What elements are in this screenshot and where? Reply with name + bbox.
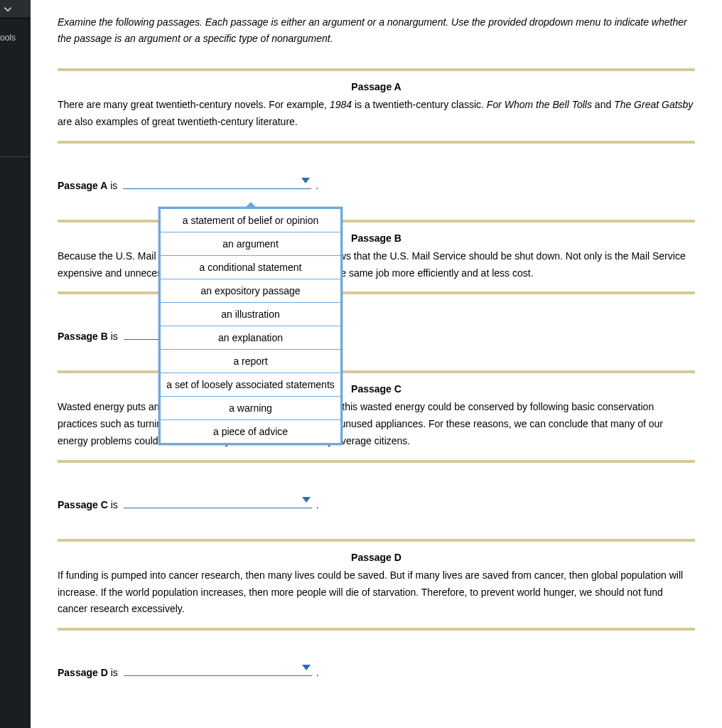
chevron-down-icon[interactable] xyxy=(3,4,13,14)
sidebar-tools-label[interactable]: ools xyxy=(0,33,31,43)
answer-is: is xyxy=(107,180,117,191)
dropdown-option[interactable]: a statement of belief or opinion xyxy=(161,209,340,232)
divider-band xyxy=(58,220,695,223)
dropdown-option[interactable]: a report xyxy=(161,350,340,373)
period: . xyxy=(316,499,319,510)
book-title: The Great Gatsby xyxy=(614,99,693,110)
period: . xyxy=(316,667,319,678)
instructions-text: Examine the following passages. Each pas… xyxy=(58,14,695,47)
text-segment: are also examples of great twentieth-cen… xyxy=(58,116,298,127)
dropdown-option[interactable]: a piece of advice xyxy=(161,420,340,443)
answer-label: Passage A xyxy=(58,180,107,191)
sidebar-header[interactable] xyxy=(0,0,31,18)
text-segment: and xyxy=(592,99,614,110)
dropdown-option[interactable]: a warning xyxy=(161,397,340,420)
divider-band xyxy=(58,370,695,373)
dropdown-passage-c[interactable] xyxy=(124,496,312,508)
passage-d-answer: Passage D is . xyxy=(58,663,695,678)
sidebar-divider xyxy=(0,156,31,157)
answer-is: is xyxy=(108,499,118,510)
dropdown-option[interactable]: an expository passage xyxy=(161,279,340,303)
book-title: 1984 xyxy=(330,99,352,110)
dropdown-popup: a statement of belief or opinion an argu… xyxy=(158,207,343,445)
passage-c-body: Wasted energy puts an extra burden on ou… xyxy=(58,399,695,449)
passage-b-body: Because the U.S. Mail Service rarely, if… xyxy=(58,248,695,282)
divider-band xyxy=(58,460,695,463)
book-title: For Whom the Bell Tolls xyxy=(487,99,592,110)
passage-d-heading: Passage D xyxy=(58,552,695,563)
passage-d-body: If funding is pumped into cancer researc… xyxy=(58,567,695,618)
text-segment: is a twentieth-century classic. xyxy=(352,99,487,110)
text-segment: There are many great twentieth-century n… xyxy=(58,99,330,110)
divider-band xyxy=(58,628,695,631)
answer-label: Passage D xyxy=(58,667,108,678)
passage-a-heading: Passage A xyxy=(58,81,695,92)
dropdown-passage-d[interactable] xyxy=(124,663,312,676)
dropdown-passage-a[interactable] xyxy=(123,176,311,189)
dropdown-caret-icon xyxy=(301,178,310,183)
dropdown-caret-icon xyxy=(302,665,311,670)
dropdown-option[interactable]: an argument xyxy=(161,232,340,256)
content-area: Examine the following passages. Each pas… xyxy=(31,0,722,728)
passage-c-answer: Passage C is . xyxy=(58,496,695,510)
passage-c-heading: Passage C xyxy=(58,383,695,395)
answer-is: is xyxy=(108,331,118,342)
dropdown-option[interactable]: an illustration xyxy=(161,303,340,326)
passage-a-answer: Passage A is . xyxy=(58,176,695,191)
divider-band xyxy=(58,291,695,294)
divider-band xyxy=(58,141,695,144)
sidebar: ools xyxy=(0,0,31,728)
dropdown-option[interactable]: a conditional statement xyxy=(161,256,340,279)
divider-band xyxy=(58,539,695,542)
divider-band xyxy=(58,68,695,71)
dropdown-option[interactable]: an explanation xyxy=(161,326,340,350)
passage-b-heading: Passage B xyxy=(58,232,695,244)
dropdown-caret-icon xyxy=(302,497,311,503)
passage-b-answer: Passage B is . xyxy=(58,327,695,342)
passage-a-body: There are many great twentieth-century n… xyxy=(58,97,695,131)
dropdown-option[interactable]: a set of loosely associated statements xyxy=(161,373,340,397)
period: . xyxy=(316,180,318,191)
answer-is: is xyxy=(108,667,118,678)
answer-label: Passage C xyxy=(58,499,108,510)
answer-label: Passage B xyxy=(58,331,108,342)
